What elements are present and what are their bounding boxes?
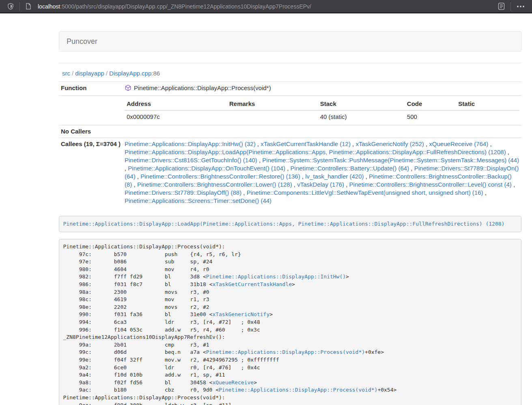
callee-link[interactable]: Pinetime::Applications::Screens::Timer::… bbox=[125, 197, 271, 204]
remarks-value bbox=[227, 110, 318, 123]
callee-separator: , bbox=[364, 173, 369, 180]
function-stats-row: Address Remarks Stack Code Static 0x0000… bbox=[59, 96, 521, 125]
callee-link[interactable]: Pinetime::Controllers::BrightnessControl… bbox=[140, 173, 300, 180]
table-row: 0x0000097c 40 (static) 500 bbox=[125, 110, 519, 123]
no-callers-label: No Callers bbox=[59, 125, 123, 138]
breadcrumb-link-file[interactable]: DisplayApp.cpp bbox=[109, 70, 151, 77]
content-container: Puncover src/displayapp/DisplayApp.cpp:8… bbox=[59, 31, 521, 405]
callee-link[interactable]: Pinetime::Drivers::St7789::DisplayOff() … bbox=[125, 189, 241, 196]
callee-separator: , bbox=[351, 140, 356, 147]
snippet-link[interactable]: Pinetime::Applications::DisplayApp::Load… bbox=[63, 221, 505, 227]
page-info-icon[interactable] bbox=[23, 3, 34, 10]
callee-separator: , bbox=[483, 189, 487, 196]
callee-separator: , bbox=[132, 181, 137, 188]
callee-separator: , bbox=[344, 181, 349, 188]
callers-row: No Callers bbox=[59, 125, 521, 138]
callee-separator: , bbox=[285, 165, 291, 172]
callee-separator: , bbox=[241, 189, 247, 196]
assembly-symbol-link[interactable]: Pinetime::Applications::DisplayApp::Init… bbox=[206, 274, 346, 280]
col-header-stack: Stack bbox=[318, 98, 405, 110]
breadcrumb-separator: / bbox=[104, 70, 109, 77]
function-signature: Pinetime::Applications::DisplayApp::Proc… bbox=[134, 84, 271, 91]
callee-separator: , bbox=[136, 173, 141, 180]
callees-list: Pinetime::Applications::DisplayApp::Init… bbox=[123, 138, 521, 207]
callee-separator: , bbox=[506, 149, 509, 155]
col-header-address: Address bbox=[125, 98, 227, 110]
callee-separator: , bbox=[409, 165, 414, 172]
divider-rule bbox=[59, 63, 521, 63]
callees-label: Callees (19, Σ=3704 ) bbox=[59, 138, 123, 207]
callees-row: Callees (19, Σ=3704 ) Pinetime::Applicat… bbox=[59, 138, 521, 207]
col-header-static: Static bbox=[456, 98, 519, 110]
symbol-type-cube-icon bbox=[125, 84, 131, 93]
breadcrumb: src/displayapp/DisplayApp.cpp:86 bbox=[62, 70, 521, 77]
callee-separator: , bbox=[300, 173, 306, 180]
callee-separator: , bbox=[488, 140, 491, 147]
callee-link[interactable]: Pinetime::Controllers::BrightnessControl… bbox=[349, 181, 512, 188]
callee-link[interactable]: vTaskDelay (176) bbox=[297, 181, 344, 188]
breadcrumb-separator: / bbox=[70, 70, 75, 77]
callee-link[interactable]: Pinetime::Applications::DisplayApp::Init… bbox=[125, 140, 256, 147]
stack-value: 40 (static) bbox=[318, 110, 405, 123]
brand-link[interactable]: Puncover bbox=[59, 37, 105, 46]
overflow-menu-icon[interactable] bbox=[514, 5, 527, 8]
callee-link[interactable]: xTaskGenericNotify (252) bbox=[355, 140, 424, 147]
callee-link[interactable]: Pinetime::Controllers::Battery::Update()… bbox=[291, 165, 409, 172]
col-header-remarks: Remarks bbox=[227, 98, 318, 110]
reader-mode-icon[interactable] bbox=[495, 2, 507, 10]
breadcrumb-link-src[interactable]: src bbox=[62, 70, 70, 77]
callee-separator: , bbox=[424, 140, 429, 147]
disassembly-block: Pinetime::Applications::DisplayApp::Proc… bbox=[59, 239, 521, 405]
url-bar[interactable]: localhost:5000/path/src/displayapp/Displ… bbox=[23, 3, 495, 10]
col-header-code: Code bbox=[405, 98, 456, 110]
url-text: localhost:5000/path/src/displayapp/Displ… bbox=[38, 3, 311, 10]
callee-link[interactable]: Pinetime::Components::LittleVgl::SetNewT… bbox=[247, 189, 483, 196]
page: localhost:5000/path/src/displayapp/Displ… bbox=[0, 0, 532, 405]
code-value: 500 bbox=[405, 110, 456, 123]
callee-separator: , bbox=[512, 181, 515, 188]
tracking-protection-shield-icon[interactable] bbox=[5, 3, 16, 10]
toolbar-divider bbox=[510, 2, 511, 11]
assembly-symbol-link[interactable]: xQueueReceive bbox=[212, 379, 254, 386]
assembly-symbol-link[interactable]: xTaskGetCurrentTaskHandle bbox=[212, 281, 292, 287]
callee-link[interactable]: Pinetime::System::SystemTask::PushMessag… bbox=[262, 157, 519, 164]
browser-toolbar: localhost:5000/path/src/displayapp/Displ… bbox=[0, 0, 532, 13]
callsite-snippet-block: Pinetime::Applications::DisplayApp::Load… bbox=[59, 216, 521, 232]
callee-link[interactable]: xTaskGetCurrentTaskHandle (12) bbox=[261, 140, 351, 147]
app-navbar: Puncover bbox=[59, 31, 521, 52]
url-path: :5000/path/src/displayapp/DisplayApp.cpp… bbox=[60, 3, 311, 10]
callee-separator: , bbox=[257, 157, 263, 164]
callee-link[interactable]: lv_task_handler (420) bbox=[305, 173, 364, 180]
callee-link[interactable]: xQueueReceive (764) bbox=[429, 140, 488, 147]
function-row: Function Pinetime::Applications::Display… bbox=[59, 82, 521, 96]
callee-separator: , bbox=[256, 140, 261, 147]
static-value bbox=[456, 110, 519, 123]
callee-separator: , bbox=[292, 181, 297, 188]
breadcrumb-line-number: :86 bbox=[151, 70, 160, 77]
assembly-symbol-link[interactable]: xTaskGenericNotify bbox=[212, 311, 269, 317]
callee-link[interactable]: Pinetime::Drivers::Cst816S::GetTouchInfo… bbox=[125, 157, 257, 164]
callee-link[interactable]: Pinetime::Controllers::BrightnessControl… bbox=[137, 181, 292, 188]
assembly-symbol-link[interactable]: Pinetime::Applications::DisplayApp::Proc… bbox=[219, 387, 377, 393]
address-value: 0x0000097c bbox=[125, 110, 227, 123]
callee-link[interactable]: Pinetime::Applications::DisplayApp::OnTo… bbox=[128, 165, 285, 172]
symbol-detail-table: Function Pinetime::Applications::Display… bbox=[59, 82, 521, 207]
url-host: localhost bbox=[38, 3, 60, 10]
breadcrumb-link-displayapp[interactable]: displayapp bbox=[75, 70, 104, 77]
function-stats-table: Address Remarks Stack Code Static 0x0000… bbox=[125, 98, 519, 123]
callee-link[interactable]: Pinetime::Applications::DisplayApp::Load… bbox=[125, 149, 506, 155]
toolbar-divider bbox=[19, 2, 20, 11]
function-label: Function bbox=[59, 82, 123, 96]
assembly-symbol-link[interactable]: Pinetime::Applications::DisplayApp::Proc… bbox=[206, 349, 365, 355]
